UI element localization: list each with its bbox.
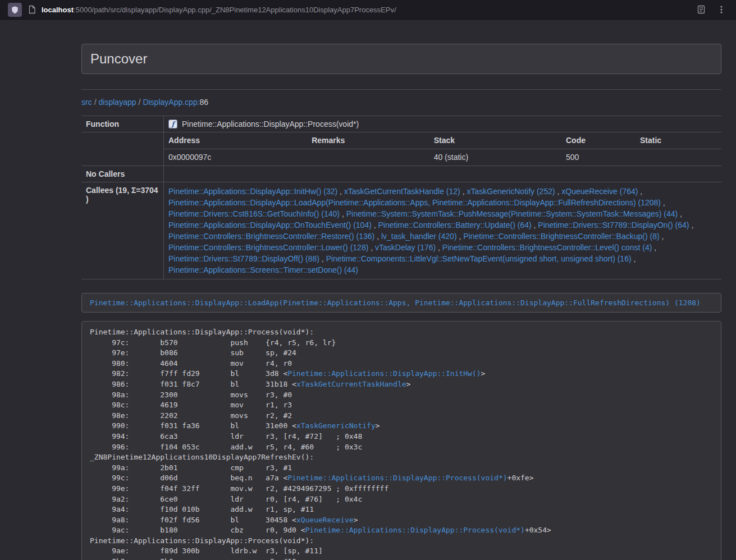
- asm-line: 9ae: f89d 300b ldrb.w r3, [sp, #11]: [90, 546, 713, 557]
- callee-link[interactable]: xTaskGenericNotify (252): [467, 187, 555, 196]
- callee-link[interactable]: Pinetime::Components::LittleVgl::SetNewT…: [326, 254, 632, 263]
- asm-line: 986: f031 f8c7 bl 31b18 <xTaskGetCurrent…: [90, 379, 713, 390]
- asm-line: Pinetime::Applications::DisplayApp::Proc…: [90, 536, 713, 547]
- asm-line: 994: 6ca3 ldr r3, [r4, #72] ; 0x48: [90, 432, 713, 442]
- asm-symbol-link[interactable]: Pinetime::Applications::DisplayApp::Proc…: [287, 474, 507, 482]
- static-column-header: Static: [636, 132, 721, 149]
- metrics-value-row: 0x0000097c 40 (static) 500: [164, 149, 721, 166]
- asm-line: 996: f104 053c add.w r5, r4, #60 ; 0x3c: [90, 442, 713, 453]
- static-value: [636, 149, 721, 166]
- callee-separator: ,: [555, 187, 562, 196]
- callee-link[interactable]: vTaskDelay (176): [375, 243, 436, 252]
- remarks-column-header: Remarks: [307, 132, 429, 149]
- callee-link[interactable]: xQueueReceive (764): [561, 187, 638, 196]
- callee-link[interactable]: Pinetime::Applications::DisplayApp::Init…: [168, 187, 337, 196]
- asm-line: 9b2: 2b0a cmp r3, #10: [90, 557, 713, 560]
- asm-line: 99a: 2b01 cmp r3, #1: [90, 463, 713, 474]
- callee-link[interactable]: Pinetime::Controllers::BrightnessControl…: [168, 232, 374, 241]
- remarks-value: [307, 149, 429, 166]
- asm-line: 9a2: 6ce0 ldr r0, [r4, #76] ; 0x4c: [90, 494, 713, 505]
- callee-link[interactable]: Pinetime::Controllers::Battery::Update()…: [378, 221, 532, 229]
- callee-separator: ,: [340, 209, 346, 218]
- url-path: :5000/path/src/displayapp/DisplayApp.cpp…: [74, 6, 396, 14]
- more-options-icon[interactable]: [717, 5, 726, 14]
- no-callers-label: No Callers: [81, 166, 164, 182]
- metrics-row-label: [81, 132, 164, 166]
- breadcrumb-link-displayapp[interactable]: displayapp: [99, 98, 136, 107]
- asm-symbol-link[interactable]: xQueueReceive: [296, 516, 354, 524]
- breadcrumb-line-number: 86: [200, 98, 209, 107]
- browser-toolbar: localhost:5000/path/src/displayapp/Displ…: [0, 0, 736, 20]
- asm-line: 982: f7ff fd29 bl 3d8 <Pinetime::Applica…: [90, 369, 713, 379]
- breadcrumb-separator: /: [136, 98, 143, 107]
- asm-line: _ZN8Pinetime12Applications10DisplayApp7R…: [90, 452, 713, 463]
- asm-symbol-link[interactable]: xTaskGetCurrentTaskHandle: [296, 380, 406, 388]
- shield-icon: [11, 5, 20, 14]
- callee-separator: ,: [457, 232, 464, 241]
- asm-line: 97c: b570 push {r4, r5, r6, lr}: [90, 338, 713, 348]
- asm-line: 99c: d06d beq.n a7a <Pinetime::Applicati…: [90, 473, 713, 484]
- callee-link[interactable]: xTaskGetCurrentTaskHandle (12): [344, 187, 460, 196]
- breadcrumb-separator: /: [92, 98, 99, 107]
- callee-separator: ,: [689, 221, 694, 229]
- callee-separator: ,: [460, 187, 467, 196]
- url-bar[interactable]: localhost:5000/path/src/displayapp/Displ…: [28, 0, 728, 19]
- metrics-row: Address Remarks Stack Code Static 0x0000…: [81, 132, 721, 166]
- code-value: 500: [561, 149, 636, 166]
- asm-line: 980: 4604 mov r4, r0: [90, 359, 713, 369]
- metrics-header-row: Address Remarks Stack Code Static: [164, 132, 721, 149]
- callees-list: Pinetime::Applications::DisplayApp::Init…: [164, 182, 721, 279]
- callee-separator: ,: [368, 243, 375, 252]
- callees-row: Callees (19, Σ=3704 ) Pinetime::Applicat…: [81, 182, 721, 279]
- highlighted-symbol-link[interactable]: Pinetime::Applications::DisplayApp::Load…: [90, 299, 701, 307]
- tracking-protection-button[interactable]: [8, 3, 22, 17]
- callee-link[interactable]: Pinetime::Applications::Screens::Timer::…: [168, 265, 358, 274]
- breadcrumb: src/displayapp/DisplayApp.cpp:86: [81, 98, 721, 107]
- callee-link[interactable]: Pinetime::Applications::DisplayApp::OnTo…: [168, 221, 372, 229]
- callee-link[interactable]: Pinetime::System::SystemTask::PushMessag…: [346, 209, 678, 218]
- function-name: Pinetime::Applications::DisplayApp::Proc…: [182, 120, 359, 128]
- callee-link[interactable]: Pinetime::Controllers::BrightnessControl…: [463, 232, 659, 241]
- function-symbol-icon: [168, 120, 177, 128]
- callee-link[interactable]: lv_task_handler (420): [381, 232, 457, 241]
- callee-separator: ,: [319, 254, 326, 263]
- callee-link[interactable]: Pinetime::Drivers::St7789::DisplayOff() …: [168, 254, 319, 263]
- breadcrumb-link-file[interactable]: DisplayApp.cpp:: [143, 98, 199, 107]
- asm-symbol-link[interactable]: Pinetime::Applications::DisplayApp::Init…: [287, 369, 481, 378]
- address-column-header: Address: [164, 132, 307, 149]
- highlighted-symbol-box: Pinetime::Applications::DisplayApp::Load…: [81, 293, 721, 313]
- page-header-panel: Puncover: [81, 44, 721, 74]
- asm-line: 97e: b086 sub sp, #24: [90, 348, 713, 359]
- page-content: Puncover src/displayapp/DisplayApp.cpp:8…: [81, 44, 721, 560]
- callee-link[interactable]: Pinetime::Controllers::BrightnessControl…: [168, 243, 368, 252]
- function-row: Function Pinetime::Applications::Display…: [81, 116, 721, 132]
- callee-link[interactable]: Pinetime::Controllers::BrightnessControl…: [442, 243, 652, 252]
- asm-line: 990: f031 fa36 bl 31e00 <xTaskGenericNot…: [90, 421, 713, 432]
- callee-link[interactable]: Pinetime::Applications::DisplayApp::Load…: [168, 198, 661, 207]
- callee-separator: ,: [374, 232, 381, 241]
- asm-line: 9a4: f10d 010b add.w r1, sp, #11: [90, 504, 713, 515]
- asm-symbol-link[interactable]: Pinetime::Applications::DisplayApp::Proc…: [305, 526, 525, 534]
- callee-separator: ,: [638, 187, 642, 196]
- disassembly-code: Pinetime::Applications::DisplayApp::Proc…: [81, 321, 721, 560]
- stack-value: 40 (static): [429, 149, 561, 166]
- callee-link[interactable]: Pinetime::Drivers::Cst816S::GetTouchInfo…: [168, 209, 340, 218]
- callers-row: No Callers: [81, 166, 721, 182]
- asm-symbol-link[interactable]: xTaskGenericNotify: [296, 421, 376, 430]
- callee-separator: ,: [678, 209, 682, 218]
- page-title: Puncover: [90, 51, 712, 67]
- breadcrumb-link-src[interactable]: src: [81, 98, 92, 107]
- url-text: localhost:5000/path/src/displayapp/Displ…: [42, 6, 396, 14]
- asm-line: 99e: f04f 32ff mov.w r2, #4294967295 ; 0…: [90, 484, 713, 494]
- callee-separator: ,: [652, 243, 656, 252]
- page-info-icon[interactable]: [28, 5, 36, 14]
- address-value: 0x0000097c: [164, 149, 307, 166]
- reader-view-icon[interactable]: [697, 5, 706, 14]
- asm-line: 98a: 2300 movs r3, #0: [90, 390, 713, 401]
- symbol-table: Function Pinetime::Applications::Display…: [81, 116, 721, 279]
- callee-link[interactable]: Pinetime::Drivers::St7789::DisplayOn() (…: [538, 221, 689, 229]
- code-column-header: Code: [561, 132, 636, 149]
- callee-separator: ,: [337, 187, 344, 196]
- callee-separator: ,: [660, 232, 664, 241]
- callee-separator: ,: [661, 198, 665, 207]
